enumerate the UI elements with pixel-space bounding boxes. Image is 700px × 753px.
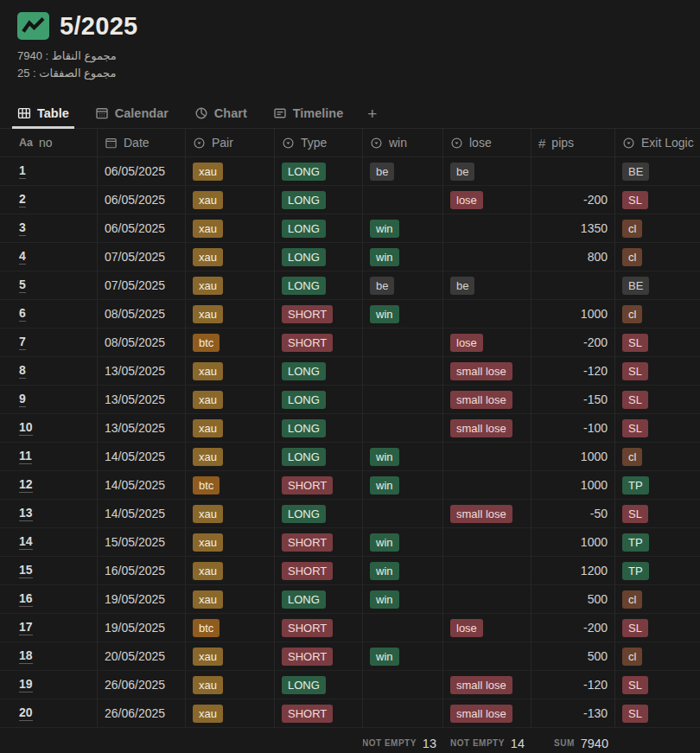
- cell-type[interactable]: LONG: [275, 443, 363, 471]
- cell-type[interactable]: LONG: [275, 357, 363, 386]
- cell-no[interactable]: 10: [0, 414, 98, 443]
- cell-date[interactable]: 19/05/2025: [98, 614, 186, 642]
- cell-pips[interactable]: 800: [531, 243, 615, 271]
- cell-pips[interactable]: [531, 271, 615, 300]
- cell-win[interactable]: [363, 500, 443, 528]
- cell-no[interactable]: 12: [0, 471, 98, 500]
- cell-win[interactable]: win: [363, 214, 443, 243]
- cell-pips[interactable]: 1000: [531, 443, 615, 471]
- cell-win[interactable]: win: [363, 585, 443, 614]
- cell-pair[interactable]: xau: [186, 699, 275, 728]
- cell-lose[interactable]: small lose: [443, 414, 531, 443]
- cell-win[interactable]: win: [363, 528, 443, 557]
- cell-lose[interactable]: [443, 528, 531, 557]
- cell-win[interactable]: be: [363, 271, 443, 300]
- cell-pips[interactable]: 1000: [531, 471, 615, 500]
- column-header-lose[interactable]: lose: [443, 129, 531, 157]
- cell-date[interactable]: 13/05/2025: [98, 414, 186, 443]
- column-header-pair[interactable]: Pair: [186, 129, 275, 157]
- cell-no[interactable]: 18: [0, 642, 98, 671]
- cell-exit-logic[interactable]: BE: [615, 271, 700, 300]
- cell-pair[interactable]: xau: [186, 671, 275, 699]
- cell-no[interactable]: 7: [0, 329, 98, 357]
- add-view-button[interactable]: +: [364, 100, 380, 128]
- cell-lose[interactable]: lose: [443, 329, 531, 357]
- cell-no[interactable]: 6: [0, 300, 98, 329]
- cell-pair[interactable]: xau: [186, 414, 275, 443]
- cell-type[interactable]: SHORT: [275, 471, 363, 500]
- cell-exit-logic[interactable]: BE: [615, 157, 700, 186]
- cell-date[interactable]: 26/06/2025: [98, 699, 186, 728]
- tab-table[interactable]: Table: [12, 100, 74, 129]
- cell-win[interactable]: [363, 614, 443, 642]
- cell-lose[interactable]: [443, 243, 531, 271]
- cell-win[interactable]: win: [363, 443, 443, 471]
- cell-pair[interactable]: xau: [186, 357, 275, 386]
- cell-lose[interactable]: [443, 585, 531, 614]
- cell-win[interactable]: [363, 414, 443, 443]
- tab-calendar[interactable]: Calendar: [90, 100, 174, 129]
- cell-type[interactable]: LONG: [275, 214, 363, 243]
- stat-total-trades[interactable]: مجموع الصفقات : 25: [17, 65, 683, 82]
- column-header-type[interactable]: Type: [275, 129, 363, 157]
- footer-aggregate-win[interactable]: NOT EMPTY 13: [363, 728, 443, 753]
- cell-pips[interactable]: -200: [531, 186, 615, 214]
- cell-date[interactable]: 19/05/2025: [98, 585, 186, 614]
- cell-date[interactable]: 16/05/2025: [98, 557, 186, 585]
- cell-pair[interactable]: xau: [186, 243, 275, 271]
- cell-win[interactable]: [363, 671, 443, 699]
- cell-exit-logic[interactable]: SL: [615, 414, 700, 443]
- cell-date[interactable]: 14/05/2025: [98, 471, 186, 500]
- cell-type[interactable]: SHORT: [275, 300, 363, 329]
- cell-date[interactable]: 14/05/2025: [98, 500, 186, 528]
- cell-no[interactable]: 11: [0, 443, 98, 471]
- cell-date[interactable]: 20/05/2025: [98, 642, 186, 671]
- cell-win[interactable]: [363, 329, 443, 357]
- cell-no[interactable]: 20: [0, 699, 98, 728]
- cell-pips[interactable]: 500: [531, 642, 615, 671]
- cell-exit-logic[interactable]: SL: [615, 186, 700, 214]
- cell-date[interactable]: 26/06/2025: [98, 671, 186, 699]
- cell-type[interactable]: LONG: [275, 500, 363, 528]
- cell-win[interactable]: win: [363, 300, 443, 329]
- cell-lose[interactable]: small lose: [443, 500, 531, 528]
- tab-timeline[interactable]: Timeline: [268, 100, 349, 129]
- cell-exit-logic[interactable]: cl: [615, 300, 700, 329]
- cell-exit-logic[interactable]: cl: [615, 443, 700, 471]
- cell-exit-logic[interactable]: SL: [615, 357, 700, 386]
- cell-exit-logic[interactable]: SL: [615, 671, 700, 699]
- cell-date[interactable]: 13/05/2025: [98, 386, 186, 414]
- cell-exit-logic[interactable]: SL: [615, 614, 700, 642]
- cell-no[interactable]: 14: [0, 528, 98, 557]
- cell-date[interactable]: 07/05/2025: [98, 271, 186, 300]
- cell-pips[interactable]: 1000: [531, 300, 615, 329]
- cell-date[interactable]: 06/05/2025: [98, 214, 186, 243]
- cell-pair[interactable]: xau: [186, 528, 275, 557]
- cell-exit-logic[interactable]: SL: [615, 500, 700, 528]
- cell-exit-logic[interactable]: cl: [615, 585, 700, 614]
- cell-no[interactable]: 1: [0, 157, 98, 186]
- column-header-no[interactable]: Aa no: [0, 129, 98, 157]
- cell-no[interactable]: 2: [0, 186, 98, 214]
- cell-no[interactable]: 8: [0, 357, 98, 386]
- cell-win[interactable]: win: [363, 642, 443, 671]
- cell-type[interactable]: SHORT: [275, 329, 363, 357]
- cell-pips[interactable]: 1000: [531, 528, 615, 557]
- cell-lose[interactable]: small lose: [443, 699, 531, 728]
- cell-lose[interactable]: be: [443, 271, 531, 300]
- cell-no[interactable]: 19: [0, 671, 98, 699]
- cell-no[interactable]: 15: [0, 557, 98, 585]
- cell-no[interactable]: 3: [0, 214, 98, 243]
- cell-pair[interactable]: xau: [186, 642, 275, 671]
- cell-lose[interactable]: [443, 642, 531, 671]
- cell-pair[interactable]: xau: [186, 271, 275, 300]
- cell-type[interactable]: LONG: [275, 271, 363, 300]
- cell-no[interactable]: 9: [0, 386, 98, 414]
- cell-pips[interactable]: -120: [531, 671, 615, 699]
- cell-pair[interactable]: xau: [186, 157, 275, 186]
- cell-lose[interactable]: lose: [443, 186, 531, 214]
- column-header-date[interactable]: Date: [98, 129, 186, 157]
- cell-lose[interactable]: small lose: [443, 671, 531, 699]
- cell-exit-logic[interactable]: cl: [615, 243, 700, 271]
- cell-pair[interactable]: xau: [186, 214, 275, 243]
